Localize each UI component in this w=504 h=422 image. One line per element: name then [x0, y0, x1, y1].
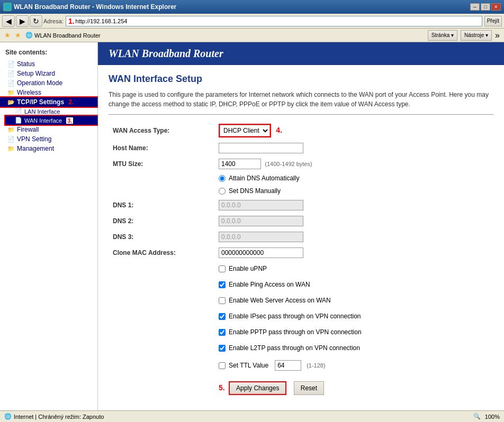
site-title: WLAN Broadband Router [109, 48, 493, 60]
pptp-checkbox-row: Enable PPTP pass through on VPN connecti… [219, 328, 489, 336]
dns-auto-radio[interactable] [219, 175, 226, 182]
ipsec-row: Enable IPsec pass through on VPN connect… [109, 308, 493, 324]
address-input[interactable] [76, 18, 480, 24]
sidebar-label-status: Status [17, 60, 35, 68]
upnp-row: Enable uPNP [109, 261, 493, 277]
sidebar-item-firewall[interactable]: 📁 Firewall [0, 125, 97, 134]
main-layout: Site contents: 📄 Status 📄 Setup Wizard 📄… [0, 42, 504, 410]
zoom-level: 100% [485, 414, 500, 420]
host-name-row: Host Name: [109, 140, 493, 156]
ping-checkbox[interactable] [219, 281, 226, 288]
dns2-input[interactable] [219, 216, 303, 226]
tab-wlan[interactable]: 🌐 WLAN Broadband Router [25, 32, 101, 39]
wan-access-type-row: WAN Access Type: DHCP Client Static IP P… [109, 121, 493, 140]
app-icon: 🌐 [3, 3, 12, 11]
folder-icon: 📁 [7, 89, 15, 96]
upnp-checkbox[interactable] [219, 265, 226, 272]
address-label: Adresa: [43, 18, 64, 24]
folder-open-icon: 📂 [7, 99, 15, 106]
sidebar-label-firewall: Firewall [17, 126, 39, 133]
folder-icon: 📁 [7, 145, 15, 152]
address-bar: 1. [66, 16, 482, 26]
restore-button[interactable]: □ [481, 3, 490, 11]
l2tp-checkbox-row: Enable L2TP pass through on VPN connecti… [219, 344, 489, 352]
page-title: WAN Interface Setup [109, 74, 493, 85]
page-icon: 📄 [7, 136, 15, 143]
page-menu-button[interactable]: Stránka ▾ [428, 30, 457, 41]
favorites-star-icon: ★ [4, 31, 11, 39]
sidebar-item-tcpip[interactable]: 📂 TCP/IP Settings 2. [0, 97, 97, 107]
sidebar-label-lan: LAN Interface [24, 108, 60, 115]
host-name-input[interactable] [219, 143, 303, 153]
mtu-hint: (1400-1492 bytes) [265, 161, 312, 167]
dns3-input[interactable] [219, 232, 303, 242]
clone-mac-label: Clone MAC Address: [109, 245, 214, 261]
back-button[interactable]: ◀ [2, 15, 15, 27]
dns2-row: DNS 2: [109, 213, 493, 229]
tools-menu-button[interactable]: Nástroje ▾ [461, 30, 492, 41]
upnp-checkbox-row: Enable uPNP [219, 265, 489, 272]
sidebar-label-setup: Setup Wizard [17, 70, 55, 77]
sidebar-item-operation-mode[interactable]: 📄 Operation Mode [0, 78, 97, 88]
sidebar-label-wireless: Wireless [17, 89, 41, 96]
ie-nav-toolbar: ◀ ▶ ↻ Adresa: 1. Přejít [0, 14, 504, 29]
address-callout: 1. [68, 17, 75, 25]
go-button[interactable]: Přejít [484, 16, 502, 26]
l2tp-label: Enable L2TP pass through on VPN connecti… [229, 344, 360, 352]
apply-callout: 5. [219, 383, 225, 392]
sidebar-label-management: Management [17, 145, 54, 152]
l2tp-row: Enable L2TP pass through on VPN connecti… [109, 340, 493, 356]
ttl-input[interactable] [275, 360, 301, 371]
ttl-hint: (1-128) [307, 362, 325, 369]
dns2-label: DNS 2: [109, 213, 214, 229]
dns3-row: DNS 3: [109, 229, 493, 245]
mtu-size-row: MTU Size: (1400-1492 bytes) [109, 156, 493, 172]
ping-row: Enable Ping Access on WAN [109, 277, 493, 292]
ipsec-checkbox[interactable] [219, 313, 226, 320]
pptp-checkbox[interactable] [219, 329, 226, 336]
apply-changes-button[interactable]: Apply Changes [229, 381, 286, 395]
sidebar-item-lan-interface[interactable]: 📄 LAN Interface [5, 107, 97, 116]
sidebar-item-setup-wizard[interactable]: 📄 Setup Wizard [0, 69, 97, 78]
page-icon: 📄 [15, 117, 22, 124]
wan-access-type-select-wrap: DHCP Client Static IP PPPoE PPTP [219, 124, 271, 137]
toolbar-right: Stránka ▾ Nástroje ▾ » [428, 30, 500, 41]
mtu-size-label: MTU Size: [109, 156, 214, 172]
l2tp-checkbox[interactable] [219, 345, 226, 352]
zoom-icon: 🔍 [473, 413, 481, 420]
page-icon: 📄 [15, 108, 22, 115]
sidebar-item-status[interactable]: 📄 Status [0, 59, 97, 69]
dns1-input[interactable] [219, 200, 303, 210]
host-name-label: Host Name: [109, 140, 214, 156]
ttl-checkbox[interactable] [219, 362, 226, 369]
reset-button[interactable]: Reset [294, 381, 324, 395]
content-area: WLAN Broadband Router WAN Interface Setu… [98, 42, 504, 410]
wan-access-type-select[interactable]: DHCP Client Static IP PPPoE PPTP [220, 125, 270, 136]
dns1-label: DNS 1: [109, 197, 214, 213]
dns-auto-label: Attain DNS Automatically [229, 175, 299, 182]
forward-button[interactable]: ▶ [16, 15, 29, 27]
toolbar-spacer: » [495, 31, 500, 40]
minimize-button[interactable]: ─ [470, 3, 480, 11]
sidebar-item-vpn[interactable]: 📄 VPN Setting [0, 134, 97, 144]
close-button[interactable]: ✕ [491, 3, 501, 11]
sidebar-item-wireless[interactable]: 📁 Wireless [0, 88, 97, 97]
mtu-size-input[interactable] [219, 159, 261, 169]
dns-manual-radio[interactable] [219, 188, 226, 195]
sidebar-label-wan: WAN Interface [24, 117, 62, 124]
sidebar-item-management[interactable]: 📁 Management [0, 144, 97, 153]
statusbar-left: 🌐 Internet | Chráněný režim: Zapnuto [4, 413, 469, 420]
statusbar: 🌐 Internet | Chráněný režim: Zapnuto 🔍 1… [0, 410, 504, 422]
dns-manual-radio-row: Set DNS Manually [219, 187, 489, 195]
ping-label: Enable Ping Access on WAN [229, 281, 310, 288]
window-title: WLAN Broadband Router - Windows Internet… [14, 3, 176, 11]
ipsec-label: Enable IPsec pass through on VPN connect… [229, 313, 361, 320]
refresh-button[interactable]: ↻ [30, 15, 42, 27]
webserver-checkbox[interactable] [219, 297, 226, 304]
clone-mac-input[interactable] [219, 247, 303, 258]
sidebar-item-wan-interface[interactable]: 📄 WAN Interface 3. [5, 116, 97, 125]
window-controls[interactable]: ─ □ ✕ [470, 3, 501, 11]
pptp-label: Enable PPTP pass through on VPN connecti… [229, 328, 362, 336]
tcpip-callout: 2. [68, 98, 74, 106]
page-icon: 📄 [7, 80, 15, 87]
